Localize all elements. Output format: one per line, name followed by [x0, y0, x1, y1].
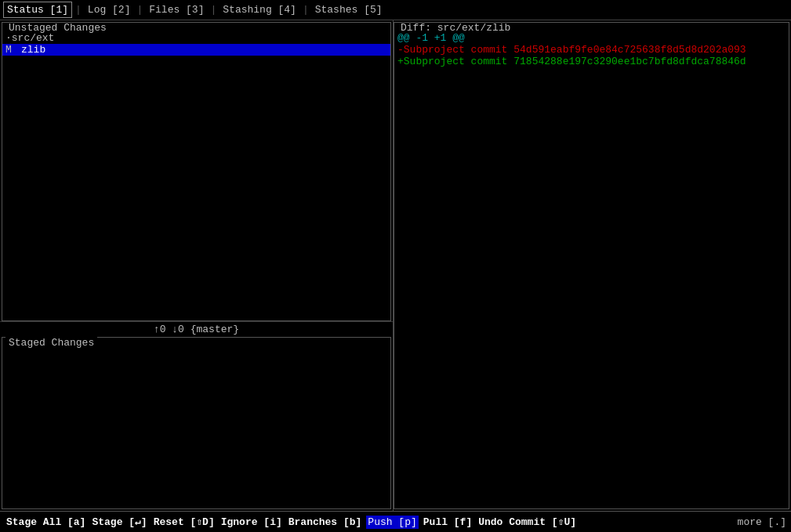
staged-panel: Staged Changes — [2, 337, 391, 509]
separator-2: | — [136, 4, 143, 16]
diff-removed: -Subproject commit 54d591eabf9fe0e84c725… — [397, 44, 789, 56]
branches-button[interactable]: Branches [b] — [287, 516, 364, 529]
more-button[interactable]: more [.] — [738, 516, 786, 528]
diff-content: @@ -1 +1 @@ -Subproject commit 54d591eab… — [394, 23, 789, 508]
file-item-zlib[interactable]: M zlib — [2, 44, 390, 56]
stage-all-button[interactable]: Stage All [a] — [5, 516, 87, 529]
left-panel: Unstaged Changes ·src/ext M zlib ↑0 ↓0 {… — [0, 20, 394, 511]
staged-title: Staged Changes — [5, 337, 97, 349]
file-name: zlib — [21, 44, 45, 56]
ignore-button[interactable]: Ignore [i] — [220, 516, 284, 529]
diff-added: +Subproject commit 71854288e197c3290ee1b… — [397, 56, 789, 67]
app: Status [1] | Log [2] | Files [3] | Stash… — [0, 0, 791, 532]
main-content: Unstaged Changes ·src/ext M zlib ↑0 ↓0 {… — [0, 20, 791, 511]
separator-3: | — [210, 4, 216, 16]
separator-4: | — [303, 4, 309, 16]
tab-status[interactable]: Status [1] — [3, 2, 72, 18]
tab-bar: Status [1] | Log [2] | Files [3] | Stash… — [0, 0, 791, 20]
diff-title: Diff: src/ext/zlib — [397, 22, 513, 34]
dir-item: ·src/ext — [2, 32, 390, 44]
tab-stashing[interactable]: Stashing [4] — [220, 2, 299, 17]
tab-log[interactable]: Log [2] — [85, 2, 134, 17]
status-text: ↑0 ↓0 {master} — [154, 324, 239, 335]
pull-button[interactable]: Pull [f] — [422, 516, 474, 529]
diff-hunk: @@ -1 +1 @@ — [397, 32, 789, 44]
staged-content — [2, 338, 390, 508]
file-status: M — [5, 44, 18, 56]
separator-1: | — [75, 4, 82, 16]
action-bar: Stage All [a] Stage [↵] Reset [⇧D] Ignor… — [0, 511, 791, 532]
undo-commit-button[interactable]: Undo Commit [⇧U] — [477, 515, 578, 529]
unstaged-title: Unstaged Changes — [5, 22, 110, 34]
right-panel: Diff: src/ext/zlib @@ -1 +1 @@ -Subproje… — [394, 22, 789, 509]
status-bar: ↑0 ↓0 {master} — [0, 321, 393, 337]
push-button[interactable]: Push [p] — [366, 516, 418, 529]
tab-files[interactable]: Files [3] — [146, 2, 207, 17]
reset-button[interactable]: Reset [⇧D] — [152, 515, 216, 529]
unstaged-panel: Unstaged Changes ·src/ext M zlib — [2, 22, 391, 321]
stage-button[interactable]: Stage [↵] — [90, 515, 148, 529]
tab-stashes[interactable]: Stashes [5] — [312, 2, 386, 17]
unstaged-content: ·src/ext M zlib — [2, 23, 390, 320]
